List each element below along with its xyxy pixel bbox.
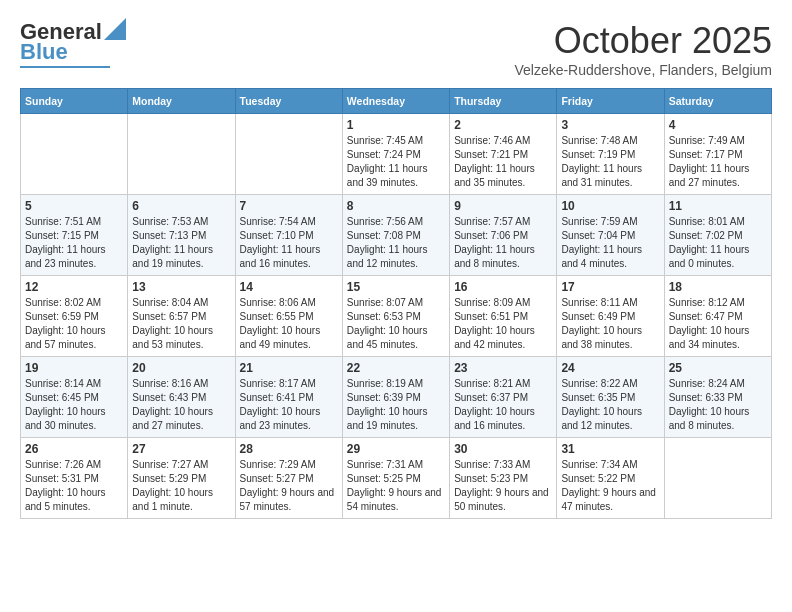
calendar-cell: 18Sunrise: 8:12 AMSunset: 6:47 PMDayligh… bbox=[664, 276, 771, 357]
day-info: Sunrise: 8:02 AMSunset: 6:59 PMDaylight:… bbox=[25, 296, 123, 352]
day-number: 20 bbox=[132, 361, 230, 375]
day-info: Sunrise: 8:09 AMSunset: 6:51 PMDaylight:… bbox=[454, 296, 552, 352]
day-info: Sunrise: 7:33 AMSunset: 5:23 PMDaylight:… bbox=[454, 458, 552, 514]
calendar-cell: 17Sunrise: 8:11 AMSunset: 6:49 PMDayligh… bbox=[557, 276, 664, 357]
calendar-cell: 2Sunrise: 7:46 AMSunset: 7:21 PMDaylight… bbox=[450, 114, 557, 195]
col-header-tuesday: Tuesday bbox=[235, 89, 342, 114]
calendar-week-row: 5Sunrise: 7:51 AMSunset: 7:15 PMDaylight… bbox=[21, 195, 772, 276]
calendar-cell: 15Sunrise: 8:07 AMSunset: 6:53 PMDayligh… bbox=[342, 276, 449, 357]
calendar-cell: 30Sunrise: 7:33 AMSunset: 5:23 PMDayligh… bbox=[450, 438, 557, 519]
day-info: Sunrise: 7:26 AMSunset: 5:31 PMDaylight:… bbox=[25, 458, 123, 514]
calendar-cell: 5Sunrise: 7:51 AMSunset: 7:15 PMDaylight… bbox=[21, 195, 128, 276]
day-info: Sunrise: 7:48 AMSunset: 7:19 PMDaylight:… bbox=[561, 134, 659, 190]
calendar-cell: 23Sunrise: 8:21 AMSunset: 6:37 PMDayligh… bbox=[450, 357, 557, 438]
calendar-cell bbox=[21, 114, 128, 195]
day-number: 1 bbox=[347, 118, 445, 132]
day-info: Sunrise: 7:46 AMSunset: 7:21 PMDaylight:… bbox=[454, 134, 552, 190]
day-info: Sunrise: 8:06 AMSunset: 6:55 PMDaylight:… bbox=[240, 296, 338, 352]
calendar-week-row: 26Sunrise: 7:26 AMSunset: 5:31 PMDayligh… bbox=[21, 438, 772, 519]
col-header-sunday: Sunday bbox=[21, 89, 128, 114]
logo-triangle-icon bbox=[104, 18, 126, 40]
calendar-cell bbox=[664, 438, 771, 519]
col-header-saturday: Saturday bbox=[664, 89, 771, 114]
day-number: 9 bbox=[454, 199, 552, 213]
day-info: Sunrise: 8:07 AMSunset: 6:53 PMDaylight:… bbox=[347, 296, 445, 352]
calendar-cell: 27Sunrise: 7:27 AMSunset: 5:29 PMDayligh… bbox=[128, 438, 235, 519]
svg-marker-0 bbox=[104, 18, 126, 40]
calendar-cell: 31Sunrise: 7:34 AMSunset: 5:22 PMDayligh… bbox=[557, 438, 664, 519]
day-number: 18 bbox=[669, 280, 767, 294]
calendar-cell: 13Sunrise: 8:04 AMSunset: 6:57 PMDayligh… bbox=[128, 276, 235, 357]
day-number: 7 bbox=[240, 199, 338, 213]
day-number: 19 bbox=[25, 361, 123, 375]
day-number: 21 bbox=[240, 361, 338, 375]
calendar-cell: 6Sunrise: 7:53 AMSunset: 7:13 PMDaylight… bbox=[128, 195, 235, 276]
day-info: Sunrise: 8:01 AMSunset: 7:02 PMDaylight:… bbox=[669, 215, 767, 271]
day-number: 15 bbox=[347, 280, 445, 294]
day-info: Sunrise: 7:49 AMSunset: 7:17 PMDaylight:… bbox=[669, 134, 767, 190]
page-header: General Blue October 2025 Velzeke-Rudder… bbox=[20, 20, 772, 78]
day-info: Sunrise: 8:19 AMSunset: 6:39 PMDaylight:… bbox=[347, 377, 445, 433]
calendar-cell bbox=[235, 114, 342, 195]
title-area: October 2025 Velzeke-Ruddershove, Flande… bbox=[514, 20, 772, 78]
day-number: 27 bbox=[132, 442, 230, 456]
month-title: October 2025 bbox=[514, 20, 772, 62]
location-text: Velzeke-Ruddershove, Flanders, Belgium bbox=[514, 62, 772, 78]
calendar-cell: 20Sunrise: 8:16 AMSunset: 6:43 PMDayligh… bbox=[128, 357, 235, 438]
day-info: Sunrise: 8:14 AMSunset: 6:45 PMDaylight:… bbox=[25, 377, 123, 433]
day-number: 6 bbox=[132, 199, 230, 213]
day-info: Sunrise: 8:16 AMSunset: 6:43 PMDaylight:… bbox=[132, 377, 230, 433]
day-info: Sunrise: 7:59 AMSunset: 7:04 PMDaylight:… bbox=[561, 215, 659, 271]
day-number: 8 bbox=[347, 199, 445, 213]
calendar-week-row: 12Sunrise: 8:02 AMSunset: 6:59 PMDayligh… bbox=[21, 276, 772, 357]
day-number: 25 bbox=[669, 361, 767, 375]
day-info: Sunrise: 7:29 AMSunset: 5:27 PMDaylight:… bbox=[240, 458, 338, 514]
calendar-cell: 22Sunrise: 8:19 AMSunset: 6:39 PMDayligh… bbox=[342, 357, 449, 438]
day-number: 10 bbox=[561, 199, 659, 213]
calendar-cell: 11Sunrise: 8:01 AMSunset: 7:02 PMDayligh… bbox=[664, 195, 771, 276]
day-info: Sunrise: 7:27 AMSunset: 5:29 PMDaylight:… bbox=[132, 458, 230, 514]
day-info: Sunrise: 7:57 AMSunset: 7:06 PMDaylight:… bbox=[454, 215, 552, 271]
day-info: Sunrise: 7:53 AMSunset: 7:13 PMDaylight:… bbox=[132, 215, 230, 271]
calendar-cell: 16Sunrise: 8:09 AMSunset: 6:51 PMDayligh… bbox=[450, 276, 557, 357]
calendar-cell: 14Sunrise: 8:06 AMSunset: 6:55 PMDayligh… bbox=[235, 276, 342, 357]
calendar-cell: 9Sunrise: 7:57 AMSunset: 7:06 PMDaylight… bbox=[450, 195, 557, 276]
day-info: Sunrise: 8:22 AMSunset: 6:35 PMDaylight:… bbox=[561, 377, 659, 433]
calendar-week-row: 19Sunrise: 8:14 AMSunset: 6:45 PMDayligh… bbox=[21, 357, 772, 438]
day-info: Sunrise: 7:56 AMSunset: 7:08 PMDaylight:… bbox=[347, 215, 445, 271]
calendar-cell: 4Sunrise: 7:49 AMSunset: 7:17 PMDaylight… bbox=[664, 114, 771, 195]
day-info: Sunrise: 7:45 AMSunset: 7:24 PMDaylight:… bbox=[347, 134, 445, 190]
logo: General Blue bbox=[20, 20, 126, 68]
day-number: 13 bbox=[132, 280, 230, 294]
calendar-cell: 24Sunrise: 8:22 AMSunset: 6:35 PMDayligh… bbox=[557, 357, 664, 438]
day-info: Sunrise: 8:04 AMSunset: 6:57 PMDaylight:… bbox=[132, 296, 230, 352]
calendar-cell: 21Sunrise: 8:17 AMSunset: 6:41 PMDayligh… bbox=[235, 357, 342, 438]
calendar-cell: 28Sunrise: 7:29 AMSunset: 5:27 PMDayligh… bbox=[235, 438, 342, 519]
calendar-cell: 29Sunrise: 7:31 AMSunset: 5:25 PMDayligh… bbox=[342, 438, 449, 519]
day-number: 5 bbox=[25, 199, 123, 213]
day-number: 3 bbox=[561, 118, 659, 132]
calendar-cell: 1Sunrise: 7:45 AMSunset: 7:24 PMDaylight… bbox=[342, 114, 449, 195]
calendar-cell bbox=[128, 114, 235, 195]
day-info: Sunrise: 7:31 AMSunset: 5:25 PMDaylight:… bbox=[347, 458, 445, 514]
day-number: 24 bbox=[561, 361, 659, 375]
logo-blue-text: Blue bbox=[20, 40, 68, 64]
day-number: 17 bbox=[561, 280, 659, 294]
calendar-cell: 8Sunrise: 7:56 AMSunset: 7:08 PMDaylight… bbox=[342, 195, 449, 276]
day-info: Sunrise: 7:51 AMSunset: 7:15 PMDaylight:… bbox=[25, 215, 123, 271]
day-info: Sunrise: 7:54 AMSunset: 7:10 PMDaylight:… bbox=[240, 215, 338, 271]
day-info: Sunrise: 8:21 AMSunset: 6:37 PMDaylight:… bbox=[454, 377, 552, 433]
calendar-cell: 7Sunrise: 7:54 AMSunset: 7:10 PMDaylight… bbox=[235, 195, 342, 276]
day-number: 26 bbox=[25, 442, 123, 456]
day-number: 23 bbox=[454, 361, 552, 375]
day-number: 2 bbox=[454, 118, 552, 132]
calendar-cell: 3Sunrise: 7:48 AMSunset: 7:19 PMDaylight… bbox=[557, 114, 664, 195]
day-number: 16 bbox=[454, 280, 552, 294]
calendar-table: SundayMondayTuesdayWednesdayThursdayFrid… bbox=[20, 88, 772, 519]
day-info: Sunrise: 7:34 AMSunset: 5:22 PMDaylight:… bbox=[561, 458, 659, 514]
day-number: 31 bbox=[561, 442, 659, 456]
calendar-cell: 12Sunrise: 8:02 AMSunset: 6:59 PMDayligh… bbox=[21, 276, 128, 357]
calendar-header-row: SundayMondayTuesdayWednesdayThursdayFrid… bbox=[21, 89, 772, 114]
day-info: Sunrise: 8:24 AMSunset: 6:33 PMDaylight:… bbox=[669, 377, 767, 433]
calendar-cell: 10Sunrise: 7:59 AMSunset: 7:04 PMDayligh… bbox=[557, 195, 664, 276]
